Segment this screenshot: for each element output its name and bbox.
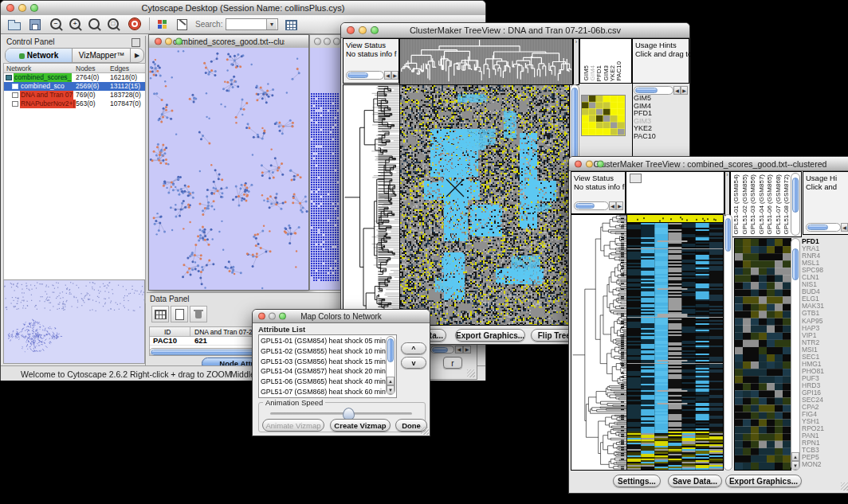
scroll-left-icon[interactable]: ◀ <box>384 71 391 80</box>
network-list-row[interactable]: combined_sco2569(6)13112(15) <box>4 82 145 91</box>
gene-label[interactable]: FIG4 <box>802 411 848 418</box>
col-edges[interactable]: Edges <box>110 64 129 72</box>
gene-label[interactable]: YSH1 <box>802 418 848 425</box>
gene-label[interactable]: HMG1 <box>802 361 848 368</box>
gene-label[interactable]: PUF3 <box>802 375 848 382</box>
gene-label[interactable]: MON2 <box>802 461 848 468</box>
gene-label[interactable]: YRA1 <box>802 245 848 252</box>
gene-label[interactable]: CPA2 <box>802 404 848 411</box>
gene-label[interactable]: HAP3 <box>802 325 848 332</box>
resize-grip[interactable] <box>421 427 429 435</box>
view-status-hscrollbar[interactable] <box>346 71 384 80</box>
table-icon[interactable] <box>151 306 169 322</box>
gene-label[interactable]: MSL1 <box>802 260 848 267</box>
network-graph-canvas-2[interactable] <box>310 48 342 290</box>
map-dialog-titlebar[interactable]: Map Colors to Network <box>253 310 430 323</box>
attribute-list-item[interactable]: GPL51-06 (GSM865) heat shock 40 min <box>261 377 380 387</box>
column-dendrogram-area[interactable] <box>626 171 724 214</box>
attribute-list-item[interactable]: GPL51-04 (GSM857) heat shock 20 min <box>261 366 380 377</box>
attribute-list-item[interactable]: GPL51-02 (GSM855) heat shock 10 min <box>261 346 380 357</box>
gene-label[interactable]: GPI16 <box>802 389 848 397</box>
scroll-left-icon[interactable]: ◀ <box>609 201 616 210</box>
gene-label[interactable]: RPN1 <box>802 440 848 447</box>
scroll-right-icon[interactable]: ▶ <box>463 346 471 354</box>
save-icon[interactable] <box>26 17 44 33</box>
gene-label[interactable]: GTB1 <box>802 310 848 317</box>
treeview-dna-titlebar[interactable]: ClusterMaker TreeView : DNA and Tran 07-… <box>341 23 689 38</box>
scroll-right-icon[interactable]: ▶ <box>391 71 398 80</box>
annotation-icon[interactable] <box>174 17 191 33</box>
col-id[interactable]: ID <box>164 328 171 336</box>
zoom-heatmap-canvas[interactable] <box>734 238 791 471</box>
heatmap-canvas[interactable] <box>399 84 570 326</box>
network-list-row[interactable]: RNAPuberNov2+|563(0)107847(0) <box>4 100 145 108</box>
gene-label[interactable]: PFD1 <box>802 238 848 245</box>
row-dendrogram-canvas[interactable] <box>571 214 628 471</box>
header-mini-strip[interactable]: › <box>724 171 730 216</box>
gene-label[interactable]: PAN1 <box>802 432 848 440</box>
col-network[interactable]: Network <box>6 64 31 72</box>
gene-label[interactable]: HRD3 <box>802 382 848 389</box>
gene-label[interactable]: PAC10 <box>634 133 688 141</box>
treeview-footer-button[interactable]: Settings... <box>613 475 661 487</box>
close-button[interactable] <box>575 160 582 167</box>
gene-label[interactable]: MAK31 <box>802 303 848 310</box>
minimize-button[interactable] <box>359 26 367 34</box>
usage-hints-hscrollbar[interactable] <box>806 223 841 232</box>
network-view-2-titlebar[interactable] <box>310 35 342 49</box>
minimize-button[interactable] <box>586 160 593 167</box>
treeview-footer-button[interactable]: Export Graphics... <box>725 475 802 487</box>
column-labels-vscrollbar[interactable] <box>791 173 800 236</box>
zoom-in-icon[interactable]: + <box>69 18 80 29</box>
zoom-button[interactable] <box>333 38 340 45</box>
attribute-list-item[interactable]: GPL51-01 (GSM854) heat shock 05 min <box>261 336 380 346</box>
create-vizmap-button[interactable]: Create Vizmap <box>330 419 391 432</box>
cytoscape-titlebar[interactable]: Cytoscape Desktop (Session Name: collins… <box>1 1 485 16</box>
network-graph-canvas[interactable] <box>149 48 308 290</box>
animate-vizmap-button[interactable]: Animate Vizmap <box>262 419 324 432</box>
gene-label[interactable]: KAP95 <box>802 318 848 325</box>
gene-label[interactable]: PEP5 <box>802 454 848 461</box>
gene-label[interactable]: MSI1 <box>802 346 848 354</box>
attribute-list-item[interactable]: GPL51-07 (GSM868) heat shock 60 min <box>261 387 380 397</box>
tab-overflow-icon[interactable]: ▶ <box>130 49 143 62</box>
treeview-footer-button[interactable]: Export Graphics... <box>455 329 525 342</box>
attribute-list-item[interactable]: GPL51-03 (GSM856) heat shock 15 min <box>261 357 380 367</box>
zoom-button[interactable] <box>30 4 38 12</box>
network-overview-thumbnail[interactable] <box>3 279 145 364</box>
scroll-left-icon[interactable]: ◀ <box>455 346 463 354</box>
close-button[interactable] <box>155 38 162 45</box>
attribute-listbox[interactable]: GPL51-01 (GSM854) heat shock 05 minGPL51… <box>258 334 397 398</box>
scroll-right-icon[interactable]: ▶ <box>616 201 623 210</box>
col-nodes[interactable]: Nodes <box>76 64 96 72</box>
gene-label[interactable]: VIP1 <box>802 332 848 339</box>
close-button[interactable] <box>314 38 321 45</box>
heatmap-canvas[interactable] <box>626 214 724 471</box>
treeview-footer-button[interactable]: Save Data... <box>668 475 722 487</box>
minimize-button[interactable] <box>324 38 331 45</box>
gene-label[interactable]: PHO81 <box>802 368 848 375</box>
close-button[interactable] <box>347 26 355 34</box>
move-up-button[interactable]: ^ <box>401 342 426 354</box>
gene-label[interactable]: SEC1 <box>802 354 848 361</box>
minimize-button[interactable] <box>18 4 26 12</box>
table-edit-icon[interactable] <box>283 17 300 33</box>
row-dendrogram-canvas[interactable] <box>343 84 400 326</box>
network-list-row[interactable]: DNA and Tran 07769(0)183728(0) <box>4 91 145 100</box>
network-view-titlebar[interactable]: combined_scores_good.txt--cluste... <box>149 35 308 49</box>
view-status-hscrollbar[interactable] <box>574 201 609 210</box>
float-panel-icon[interactable] <box>132 38 140 47</box>
gene-label[interactable]: TCB3 <box>802 447 848 454</box>
gene-label[interactable]: BUD4 <box>802 288 848 295</box>
gene-label[interactable]: SPC98 <box>802 267 848 274</box>
search-dropdown-icon[interactable]: ▾ <box>266 19 277 29</box>
move-down-button[interactable]: v <box>401 357 426 369</box>
gene-label[interactable]: SEC24 <box>802 397 848 404</box>
zoom-out-icon[interactable]: − <box>50 18 61 29</box>
tab-network[interactable]: Network <box>6 49 73 62</box>
scroll-up-icon[interactable]: ▲ <box>387 377 395 385</box>
zoom-button[interactable] <box>371 26 379 34</box>
treeview-combined-titlebar[interactable]: ClusterMaker TreeView : combined_scores_… <box>569 157 848 171</box>
fragment-small-button[interactable]: r <box>443 357 462 369</box>
column-dendrogram-canvas[interactable] <box>399 38 573 85</box>
